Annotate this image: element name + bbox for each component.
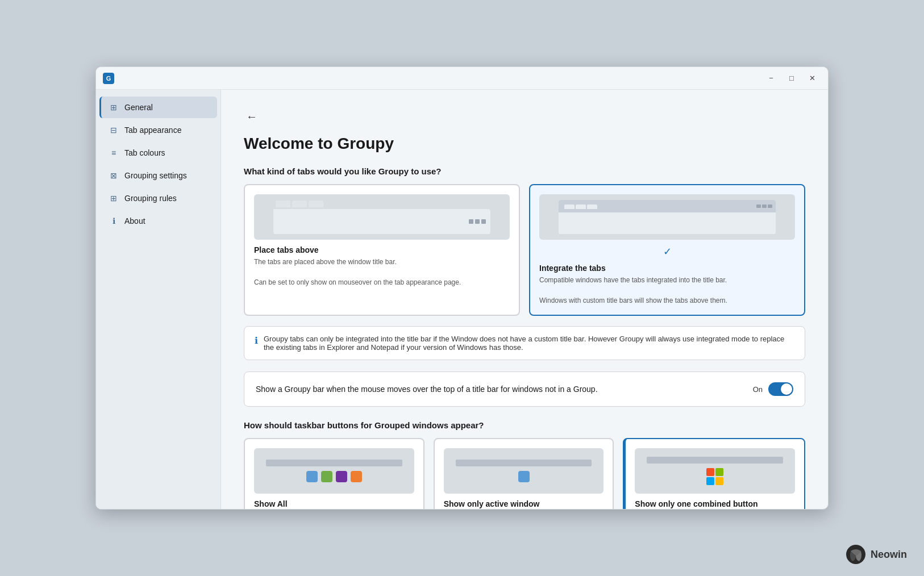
toggle-knob bbox=[781, 383, 792, 395]
taskbar-question: How should taskbar buttons for Grouped w… bbox=[244, 420, 805, 430]
titlebar-controls: − □ ✕ bbox=[762, 72, 821, 85]
taskbar-show-all-icons bbox=[306, 471, 362, 482]
app-icon: G bbox=[103, 73, 114, 84]
taskbar-options: Show All Show individual taskbar buttons… bbox=[244, 438, 805, 509]
place-tabs-above-option[interactable]: Place tabs above The tabs are placed abo… bbox=[244, 184, 520, 316]
about-icon: ℹ bbox=[109, 216, 119, 226]
info-text: Groupy tabs can only be integrated into … bbox=[264, 335, 794, 352]
main-window: G − □ ✕ ⊞ General ⊟ Tab appearance ≡ Tab… bbox=[95, 66, 829, 510]
integrate-check: ✓ bbox=[539, 245, 795, 258]
taskbar-active-only-option[interactable]: Show only active window Only show a task… bbox=[434, 438, 614, 509]
close-button[interactable]: ✕ bbox=[803, 72, 821, 85]
place-above-content: Place tabs above The tabs are placed abo… bbox=[254, 245, 510, 287]
taskbar-combined-option[interactable]: ✓ Show only one combined button Show onl… bbox=[623, 438, 805, 509]
sidebar-item-label: General bbox=[124, 103, 153, 112]
sidebar-item-about[interactable]: ℹ About bbox=[99, 210, 217, 232]
neowin-badge: Neowin bbox=[846, 544, 907, 565]
taskbar-combined-icons bbox=[706, 468, 723, 485]
sidebar-item-label: Tab colours bbox=[124, 148, 165, 157]
sidebar-item-general[interactable]: ⊞ General bbox=[99, 97, 217, 118]
page-title: Welcome to Groupy bbox=[244, 135, 805, 153]
sidebar-item-tab-appearance[interactable]: ⊟ Tab appearance bbox=[99, 119, 217, 141]
toggle-switch[interactable] bbox=[768, 382, 793, 396]
place-above-title: Place tabs above bbox=[254, 245, 510, 254]
grouping-settings-icon: ⊠ bbox=[109, 170, 119, 181]
integrate-preview bbox=[539, 194, 795, 240]
tab-appearance-icon: ⊟ bbox=[109, 125, 119, 135]
place-above-preview bbox=[254, 194, 510, 240]
preview-integrated-tabs bbox=[562, 203, 600, 209]
place-above-desc: The tabs are placed above the window tit… bbox=[254, 257, 510, 287]
taskbar-show-all-option[interactable]: Show All Show individual taskbar buttons… bbox=[244, 438, 424, 509]
main-content: ← Welcome to Groupy What kind of tabs wo… bbox=[221, 90, 828, 509]
toggle-row: Show a Groupy bar when the mouse moves o… bbox=[244, 372, 805, 407]
taskbar-active-only-preview bbox=[444, 448, 604, 494]
sidebar: ⊞ General ⊟ Tab appearance ≡ Tab colours… bbox=[96, 90, 221, 509]
taskbar-combined-title: Show only one combined button bbox=[635, 499, 795, 508]
tab-type-question: What kind of tabs would you like Groupy … bbox=[244, 166, 805, 176]
back-icon: ← bbox=[246, 110, 257, 123]
toggle-label: Show a Groupy bar when the mouse moves o… bbox=[256, 385, 598, 394]
taskbar-active-title: Show only active window bbox=[444, 499, 604, 508]
sidebar-item-grouping-settings[interactable]: ⊠ Grouping settings bbox=[99, 165, 217, 186]
taskbar-active-icons bbox=[518, 471, 530, 482]
neowin-logo bbox=[846, 544, 866, 565]
sidebar-item-grouping-rules[interactable]: ⊞ Grouping rules bbox=[99, 187, 217, 209]
taskbar-show-all-title: Show All bbox=[254, 499, 414, 508]
integrate-content: Integrate the tabs Compatible windows ha… bbox=[539, 264, 795, 306]
integrate-tabs-option[interactable]: ✓ Integrate the tabs Compatible windows … bbox=[529, 184, 805, 316]
tab-info-box: ℹ Groupy tabs can only be integrated int… bbox=[244, 326, 805, 360]
neowin-label: Neowin bbox=[871, 549, 907, 561]
minimize-button[interactable]: − bbox=[762, 72, 780, 85]
toggle-right: On bbox=[753, 382, 793, 396]
toggle-state-label: On bbox=[753, 385, 763, 394]
integrate-title: Integrate the tabs bbox=[539, 264, 795, 273]
preview-title-btns bbox=[756, 204, 772, 208]
back-button[interactable]: ← bbox=[244, 108, 260, 126]
grouping-rules-icon: ⊞ bbox=[109, 193, 119, 203]
general-icon: ⊞ bbox=[109, 102, 119, 112]
maximize-button[interactable]: □ bbox=[783, 72, 801, 85]
sidebar-item-label: Tab appearance bbox=[124, 126, 181, 135]
body: ⊞ General ⊟ Tab appearance ≡ Tab colours… bbox=[96, 90, 828, 509]
tab-colours-icon: ≡ bbox=[109, 148, 119, 158]
info-icon: ℹ bbox=[255, 335, 258, 346]
taskbar-show-all-preview bbox=[254, 448, 414, 494]
sidebar-item-label: Grouping rules bbox=[124, 194, 177, 203]
tab-type-options: Place tabs above The tabs are placed abo… bbox=[244, 184, 805, 316]
taskbar-combined-preview bbox=[635, 448, 795, 494]
titlebar: G − □ ✕ bbox=[96, 67, 828, 90]
integrate-desc: Compatible windows have the tabs integra… bbox=[539, 275, 795, 306]
preview-titlebar bbox=[559, 200, 776, 212]
sidebar-item-tab-colours[interactable]: ≡ Tab colours bbox=[99, 142, 217, 164]
sidebar-item-label: Grouping settings bbox=[124, 171, 187, 180]
sidebar-item-label: About bbox=[124, 216, 145, 226]
